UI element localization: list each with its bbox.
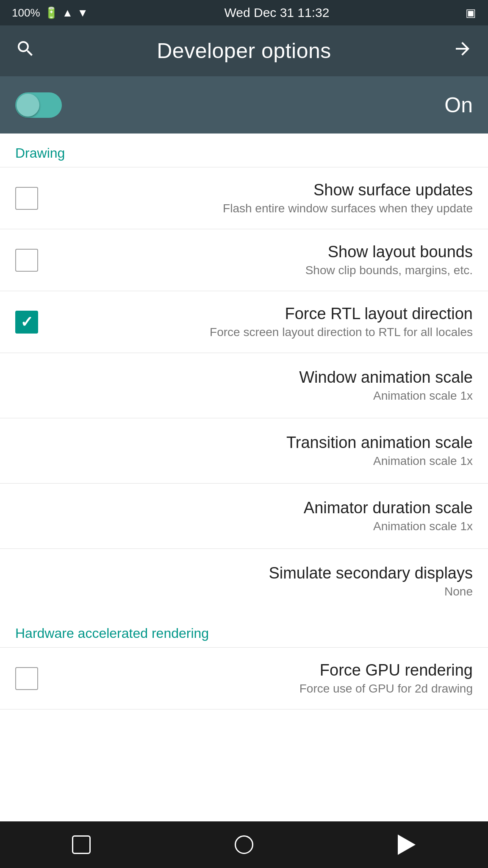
nav-home-button[interactable] <box>227 828 261 862</box>
bottom-nav-bar <box>0 821 488 868</box>
circle-icon <box>235 835 253 854</box>
settings-item-text: Force GPU rendering Force use of GPU for… <box>38 661 473 696</box>
settings-item-text: Show layout bounds Show clip bounds, mar… <box>38 243 473 277</box>
list-item-force-rtl-layout[interactable]: Force RTL layout direction Force screen … <box>0 291 488 353</box>
list-item-show-surface-updates[interactable]: Show surface updates Flash entire window… <box>0 167 488 229</box>
settings-item-text: Transition animation scale Animation sca… <box>15 434 473 468</box>
settings-item-text: Animator duration scale Animation scale … <box>15 499 473 533</box>
toggle-label: On <box>444 93 473 117</box>
square-icon <box>72 835 91 854</box>
settings-item-text: Simulate secondary displays None <box>15 564 473 598</box>
status-left: 100% 🔋 ▲ ▼ <box>12 6 88 19</box>
nav-recents-button[interactable] <box>64 828 98 862</box>
page-title: Developer options <box>157 39 331 63</box>
wifi-icon: ▼ <box>77 6 88 19</box>
settings-item-title: Animator duration scale <box>24 499 473 517</box>
status-time: Wed Dec 31 11:32 <box>225 6 330 20</box>
signal-icon: ▲ <box>62 6 73 19</box>
battery-percentage: 100% <box>12 6 40 19</box>
screenshot-icon: ▣ <box>466 6 476 19</box>
developer-options-toggle[interactable] <box>15 92 62 118</box>
settings-item-subtitle: Force screen layout direction to RTL for… <box>47 326 473 339</box>
list-item-force-gpu-rendering[interactable]: Force GPU rendering Force use of GPU for… <box>0 648 488 709</box>
list-item-simulate-secondary-displays[interactable]: Simulate secondary displays None <box>0 549 488 614</box>
settings-item-title: Force RTL layout direction <box>47 305 473 323</box>
search-icon[interactable] <box>15 39 36 64</box>
settings-item-subtitle: None <box>24 585 473 598</box>
status-bar: 100% 🔋 ▲ ▼ Wed Dec 31 11:32 ▣ <box>0 0 488 25</box>
settings-item-text: Force RTL layout direction Force screen … <box>38 305 473 339</box>
list-item-window-animation-scale[interactable]: Window animation scale Animation scale 1… <box>0 353 488 418</box>
settings-item-title: Show layout bounds <box>47 243 473 261</box>
checkbox-force-gpu-rendering[interactable] <box>15 667 38 690</box>
divider <box>0 709 488 709</box>
checkbox-show-layout-bounds[interactable] <box>15 249 38 272</box>
list-item-transition-animation-scale[interactable]: Transition animation scale Animation sca… <box>0 418 488 483</box>
settings-item-subtitle: Flash entire window surfaces when they u… <box>47 202 473 215</box>
settings-item-title: Window animation scale <box>24 368 473 387</box>
developer-options-toggle-row[interactable]: On <box>0 76 488 134</box>
app-bar: Developer options <box>0 25 488 76</box>
settings-item-title: Simulate secondary displays <box>24 564 473 582</box>
status-right: ▣ <box>466 6 476 19</box>
checkbox-show-surface-updates[interactable] <box>15 187 38 210</box>
play-icon <box>398 835 416 855</box>
settings-item-text: Window animation scale Animation scale 1… <box>15 368 473 403</box>
settings-item-subtitle: Force use of GPU for 2d drawing <box>47 682 473 696</box>
section-header-hardware-accelerated: Hardware accelerated rendering <box>0 614 488 647</box>
settings-item-subtitle: Animation scale 1x <box>24 389 473 403</box>
settings-item-title: Force GPU rendering <box>47 661 473 679</box>
settings-item-text: Show surface updates Flash entire window… <box>38 181 473 215</box>
list-item-animator-duration-scale[interactable]: Animator duration scale Animation scale … <box>0 484 488 548</box>
nav-back-button[interactable] <box>390 828 424 862</box>
settings-content: Drawing Show surface updates Flash entir… <box>0 134 488 868</box>
list-item-show-layout-bounds[interactable]: Show layout bounds Show clip bounds, mar… <box>0 229 488 291</box>
checkbox-force-rtl-layout[interactable] <box>15 311 38 334</box>
settings-item-subtitle: Animation scale 1x <box>24 520 473 533</box>
forward-icon[interactable] <box>452 39 473 64</box>
battery-icon: 🔋 <box>44 6 58 19</box>
settings-item-subtitle: Show clip bounds, margins, etc. <box>47 264 473 277</box>
section-header-drawing: Drawing <box>0 134 488 167</box>
settings-item-subtitle: Animation scale 1x <box>24 454 473 468</box>
settings-item-title: Transition animation scale <box>24 434 473 452</box>
settings-item-title: Show surface updates <box>47 181 473 199</box>
